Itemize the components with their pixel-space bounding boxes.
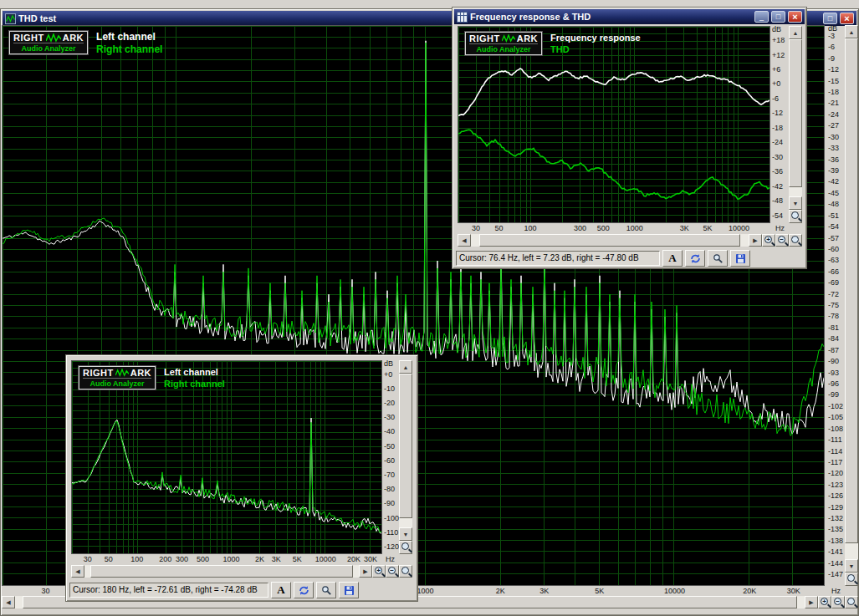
- legend: RIGHT ARK Audio Analyzer Left channel Ri…: [9, 31, 162, 56]
- zoom-dialog-button[interactable]: [708, 250, 728, 267]
- scroll-up-button[interactable]: ▲: [399, 360, 412, 374]
- y-axis-tick: -117: [828, 459, 842, 466]
- scroll-track[interactable]: [845, 38, 858, 559]
- zoom-dialog-button[interactable]: [316, 582, 336, 598]
- y-axis-tick: -24: [772, 139, 783, 146]
- vertical-scrollbar-main[interactable]: ▲ ▼: [845, 25, 858, 586]
- maximize-button[interactable]: □: [823, 13, 837, 24]
- scroll-track[interactable]: [789, 39, 802, 196]
- y-axis-tick: -81: [828, 324, 839, 332]
- x-axis-tick: 3K: [539, 588, 549, 595]
- spectrum-plot[interactable]: RIGHT ARK Audio Analyzer Left channel Ri…: [71, 360, 382, 554]
- screen: { "colors": {"left": "#ffffff", "right":…: [0, 0, 859, 616]
- floppy-icon: [735, 253, 746, 264]
- titlebar-frequency-response[interactable]: Frequency response & THD _ □ ×: [454, 9, 805, 24]
- scroll-down-button[interactable]: ▼: [399, 527, 412, 541]
- zoom-button[interactable]: [399, 541, 412, 554]
- vertical-scrollbar-frequency-response[interactable]: ▲ ▼: [789, 26, 802, 223]
- scroll-thumb[interactable]: [789, 39, 802, 187]
- scroll-right-button[interactable]: ▶: [805, 596, 818, 608]
- rightmark-logo: RIGHT ARK Audio Analyzer: [465, 32, 542, 55]
- x-axis-tick: 50: [495, 225, 504, 232]
- scroll-left-button[interactable]: ◀: [458, 234, 471, 247]
- chart-canvas: [72, 361, 381, 553]
- save-button[interactable]: [730, 250, 750, 267]
- x-axis-tick: 100: [524, 225, 537, 232]
- logo-subtitle: Audio Analyzer: [469, 43, 538, 53]
- chart-canvas: [458, 27, 770, 222]
- vertical-scrollbar-spectrum[interactable]: ▲ ▼: [399, 360, 412, 554]
- x-axis-tick: 20K: [347, 556, 360, 563]
- status-bar: Cursor: 180 Hz, left = -72.61 dB, right …: [69, 581, 416, 599]
- zoom-button[interactable]: [845, 573, 858, 586]
- scroll-down-button[interactable]: ▼: [789, 196, 802, 210]
- y-axis-tick: +0: [384, 371, 392, 379]
- zoom-out-button[interactable]: −: [386, 565, 399, 578]
- scroll-track[interactable]: [399, 374, 412, 527]
- legend-frequency-response: Frequency response: [550, 32, 641, 43]
- x-axis-tick: 5K: [595, 588, 604, 595]
- legend: RIGHT ARK Audio Analyzer Frequency respo…: [465, 32, 641, 55]
- y-axis-tick: -60: [384, 457, 395, 465]
- y-axis-tick: -110: [384, 529, 398, 537]
- zoom-button[interactable]: [789, 234, 802, 247]
- y-axis-tick: -66: [828, 268, 839, 276]
- zoom-button[interactable]: [399, 565, 412, 578]
- scroll-up-button[interactable]: ▲: [789, 26, 802, 39]
- refresh-button[interactable]: [294, 582, 314, 598]
- close-button[interactable]: ×: [840, 13, 854, 24]
- scroll-thumb[interactable]: [399, 374, 412, 518]
- zoom-out-button[interactable]: −: [775, 234, 789, 247]
- font-button[interactable]: A: [662, 250, 683, 267]
- y-axis-tick: -15: [828, 78, 839, 85]
- zoom-in-button[interactable]: +: [762, 234, 775, 247]
- logo-text-right: RIGHT: [13, 33, 44, 43]
- horizontal-scrollbar-frequency-response[interactable]: ◀ ▶ + −: [458, 234, 802, 247]
- x-axis-unit: Hz: [775, 225, 785, 232]
- x-axis-tick: 50: [105, 556, 113, 563]
- horizontal-scrollbar-spectrum[interactable]: ◀ ▶ + −: [71, 565, 412, 578]
- scroll-track[interactable]: [84, 565, 359, 578]
- scroll-left-button[interactable]: ◀: [2, 596, 15, 608]
- x-axis-tick: 300: [176, 556, 188, 563]
- x-axis-tick: 2K: [496, 588, 505, 595]
- y-axis-tick: -30: [772, 154, 783, 161]
- y-axis-tick: -40: [384, 428, 395, 435]
- zoom-in-button[interactable]: +: [818, 596, 831, 608]
- scroll-right-button[interactable]: ▶: [359, 565, 372, 578]
- scroll-up-button[interactable]: ▲: [845, 25, 858, 38]
- font-button[interactable]: A: [271, 582, 291, 598]
- logo-waveform-icon: [115, 369, 129, 377]
- x-axis-tick: 10000: [729, 225, 749, 232]
- scroll-right-button[interactable]: ▶: [749, 234, 762, 247]
- save-button[interactable]: [339, 582, 359, 598]
- scroll-thumb[interactable]: [845, 38, 858, 543]
- zoom-button[interactable]: [845, 596, 858, 608]
- y-axis-tick: -48: [772, 197, 783, 205]
- y-axis-spectrum: dB+0-10-20-30-40-50-60-70-80-90-100-110-…: [382, 360, 399, 554]
- scroll-thumb[interactable]: [90, 565, 354, 578]
- logo-text-right: RIGHT: [469, 33, 500, 43]
- zoom-out-button[interactable]: −: [831, 596, 845, 608]
- zoom-button[interactable]: [789, 210, 802, 223]
- y-axis-tick: -87: [828, 347, 839, 354]
- y-axis-tick: -6: [828, 43, 835, 51]
- maximize-button[interactable]: □: [771, 11, 785, 23]
- y-axis-tick: -135: [828, 526, 843, 533]
- scroll-track[interactable]: [471, 234, 749, 247]
- frequency-response-plot[interactable]: RIGHT ARK Audio Analyzer Frequency respo…: [458, 26, 770, 223]
- logo-text-ark: ARK: [517, 33, 538, 43]
- refresh-button[interactable]: [685, 250, 705, 267]
- scroll-thumb[interactable]: [479, 234, 740, 247]
- x-axis-tick: 30: [41, 588, 49, 595]
- y-axis-tick: -99: [828, 391, 839, 399]
- x-axis-tick: 5K: [293, 556, 302, 563]
- minimize-button[interactable]: _: [754, 11, 769, 23]
- logo-text-ark: ARK: [130, 368, 151, 378]
- zoom-in-button[interactable]: +: [372, 565, 386, 578]
- y-axis-tick: -3: [828, 33, 835, 40]
- scroll-down-button[interactable]: ▼: [845, 559, 858, 573]
- scroll-left-button[interactable]: ◀: [71, 565, 84, 578]
- y-axis-tick: -36: [828, 156, 839, 164]
- close-button[interactable]: ×: [788, 11, 802, 23]
